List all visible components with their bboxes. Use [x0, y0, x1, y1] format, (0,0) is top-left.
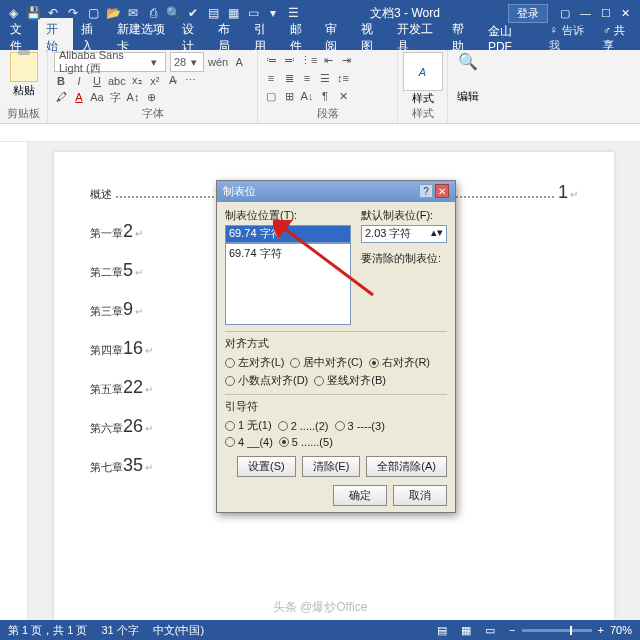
- underline-icon[interactable]: U: [90, 73, 104, 89]
- table-icon[interactable]: ▦: [224, 4, 242, 22]
- shading-icon[interactable]: ▢: [264, 88, 278, 104]
- default-tab-label: 默认制表位(F):: [361, 208, 447, 223]
- word-count[interactable]: 31 个字: [101, 623, 138, 638]
- wen-a-icon[interactable]: wén: [208, 54, 228, 70]
- zoom-percent[interactable]: 70%: [610, 624, 632, 636]
- quickprint-icon[interactable]: ⎙: [144, 4, 162, 22]
- new-icon[interactable]: ▢: [84, 4, 102, 22]
- styles-button[interactable]: A: [403, 52, 443, 91]
- ribbon-options-icon[interactable]: ▢: [560, 7, 570, 20]
- list-item[interactable]: 69.74 字符: [229, 246, 347, 261]
- circled-icon[interactable]: ⊕: [144, 89, 158, 105]
- vertical-ruler[interactable]: [0, 142, 28, 620]
- horizontal-ruler[interactable]: [0, 124, 640, 142]
- clear-tab-label: 要清除的制表位:: [361, 251, 447, 266]
- zoom-track[interactable]: [522, 629, 592, 632]
- close-icon[interactable]: ✕: [621, 7, 630, 20]
- char-border-icon[interactable]: A↕: [126, 89, 140, 105]
- tab-kingsoft[interactable]: 金山PDF: [480, 20, 535, 57]
- styles-btn-label: 样式: [412, 91, 434, 106]
- view-print-icon[interactable]: ▦: [461, 624, 471, 637]
- multilevel-icon[interactable]: ⋮≡: [300, 52, 317, 68]
- highlight-icon[interactable]: 🖍: [54, 89, 68, 105]
- help-icon[interactable]: ?: [419, 184, 433, 198]
- sup-icon[interactable]: x²: [148, 73, 162, 89]
- ok-button[interactable]: 确定: [333, 485, 387, 506]
- leader-3-radio[interactable]: 3 ----(3): [335, 418, 385, 433]
- font-size-combo[interactable]: 28▾: [170, 52, 204, 72]
- page-count[interactable]: 第 1 页，共 1 页: [8, 623, 87, 638]
- readmode-icon[interactable]: ▤: [204, 4, 222, 22]
- open-icon[interactable]: 📂: [104, 4, 122, 22]
- line-spacing-icon[interactable]: ↕≡: [336, 70, 350, 86]
- default-tab-input[interactable]: 2.03 字符▴▾: [361, 225, 447, 243]
- view-web-icon[interactable]: ▭: [485, 624, 495, 637]
- align-bar-radio[interactable]: 竖线对齐(B): [314, 373, 386, 388]
- align-right-icon[interactable]: ≡: [300, 70, 314, 86]
- preview-icon[interactable]: 🔍: [164, 4, 182, 22]
- paragraph-icon[interactable]: ▾: [264, 4, 282, 22]
- align-center-icon[interactable]: ≣: [282, 70, 296, 86]
- clear-format-icon[interactable]: A̶: [166, 73, 180, 89]
- font-color-icon[interactable]: A: [72, 89, 86, 105]
- minimize-icon[interactable]: —: [580, 7, 591, 20]
- align-left-radio[interactable]: 左对齐(L): [225, 355, 284, 370]
- maximize-icon[interactable]: ☐: [601, 7, 611, 20]
- close-dialog-icon[interactable]: ✕: [435, 184, 449, 198]
- bold-icon[interactable]: B: [54, 73, 68, 89]
- char-shading-icon[interactable]: Aa: [90, 89, 104, 105]
- save-icon[interactable]: 💾: [24, 4, 42, 22]
- font-name-combo[interactable]: Alibaba Sans Light (西▾: [54, 52, 166, 72]
- phonetic-icon[interactable]: ⋯: [184, 73, 198, 89]
- language[interactable]: 中文(中国): [153, 623, 204, 638]
- leader-2-radio[interactable]: 2 .....(2): [278, 418, 329, 433]
- tell-me[interactable]: ♀ 告诉我: [541, 20, 594, 56]
- edit-label[interactable]: 编辑: [457, 89, 479, 104]
- zoom-slider[interactable]: − + 70%: [509, 624, 632, 636]
- tabs-dialog: 制表位 ?✕ 制表位位置(T): 69.74 字符 69.74 字符 默认制表位…: [216, 180, 456, 513]
- sort-icon[interactable]: A↓: [300, 88, 314, 104]
- cancel-button[interactable]: 取消: [393, 485, 447, 506]
- sub-icon[interactable]: x₂: [130, 73, 144, 89]
- grow-font-icon[interactable]: A: [232, 54, 246, 70]
- tab-position-list[interactable]: 69.74 字符: [225, 243, 351, 325]
- undo-icon[interactable]: ↶: [44, 4, 62, 22]
- mail-icon[interactable]: ✉: [124, 4, 142, 22]
- paste-button[interactable]: 粘贴: [6, 52, 41, 98]
- alignment-group-label: 对齐方式: [225, 336, 447, 351]
- asian-icon[interactable]: ✕: [336, 88, 350, 104]
- styles-group-label: 样式: [412, 106, 434, 123]
- italic-icon[interactable]: I: [72, 73, 86, 89]
- touch-icon[interactable]: ☰: [284, 4, 302, 22]
- showmarks-icon[interactable]: ¶: [318, 88, 332, 104]
- dialog-titlebar[interactable]: 制表位 ?✕: [217, 181, 455, 202]
- clear-button[interactable]: 清除(E): [302, 456, 361, 477]
- spinner-icon[interactable]: ▴▾: [431, 226, 443, 242]
- align-decimal-radio[interactable]: 小数点对齐(D): [225, 373, 308, 388]
- align-right-radio[interactable]: 右对齐(R): [369, 355, 430, 370]
- spelling-icon[interactable]: ✔: [184, 4, 202, 22]
- find-icon[interactable]: 🔍: [458, 52, 478, 71]
- dec-indent-icon[interactable]: ⇤: [321, 52, 335, 68]
- leader-1-radio[interactable]: 1 无(1): [225, 418, 272, 433]
- align-left-icon[interactable]: ≡: [264, 70, 278, 86]
- zoom-in-icon[interactable]: +: [598, 624, 604, 636]
- share-button[interactable]: ♂ 共享: [595, 23, 638, 53]
- view-read-icon[interactable]: ▤: [437, 624, 447, 637]
- numbering-icon[interactable]: ≕: [282, 52, 296, 68]
- picture-icon[interactable]: ▭: [244, 4, 262, 22]
- borders-icon[interactable]: ⊞: [282, 88, 296, 104]
- set-button[interactable]: 设置(S): [237, 456, 296, 477]
- align-center-radio[interactable]: 居中对齐(C): [290, 355, 362, 370]
- bullets-icon[interactable]: ≔: [264, 52, 278, 68]
- leader-5-radio[interactable]: 5 ......(5): [279, 436, 333, 448]
- redo-icon[interactable]: ↷: [64, 4, 82, 22]
- tab-position-input[interactable]: 69.74 字符: [225, 225, 351, 243]
- justify-icon[interactable]: ☰: [318, 70, 332, 86]
- clear-all-button[interactable]: 全部清除(A): [366, 456, 447, 477]
- leader-4-radio[interactable]: 4 __(4): [225, 436, 273, 448]
- strike-icon[interactable]: abc: [108, 73, 126, 89]
- zoom-out-icon[interactable]: −: [509, 624, 515, 636]
- enclose-icon[interactable]: 字: [108, 89, 122, 105]
- inc-indent-icon[interactable]: ⇥: [339, 52, 353, 68]
